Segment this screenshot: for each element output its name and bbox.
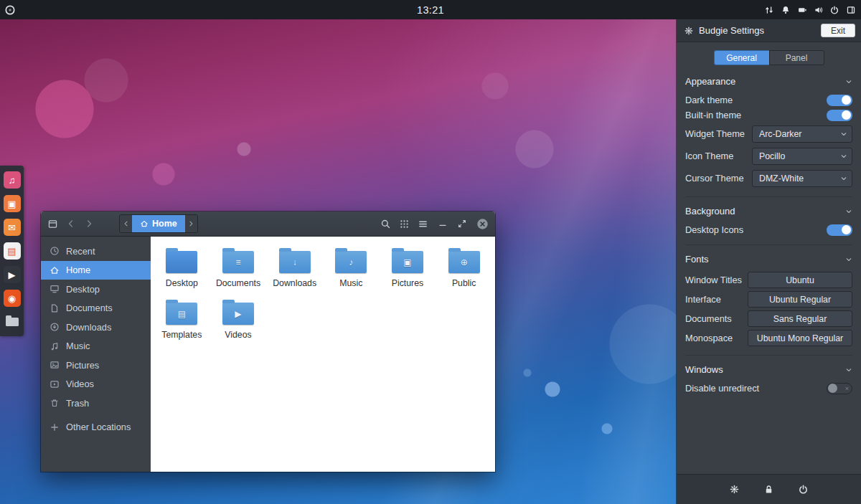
music-app-icon[interactable]: ♫ [4,171,21,189]
power-icon [798,484,809,495]
setting-label: Dark theme [685,95,733,105]
view-grid-button[interactable] [399,219,410,229]
folder-videos[interactable]: ▶Videos [210,295,267,343]
files-app-icon[interactable] [4,313,21,331]
search-button[interactable] [380,219,391,229]
folder-label: Music [339,278,362,288]
clock: 13:21 [417,4,444,16]
settings-content: AppearanceDark themeBuilt-in themeWidget… [677,72,861,474]
minimize-button[interactable] [438,219,448,229]
section-header-fonts[interactable]: Fonts [685,250,852,270]
sidebar-item-other-locations[interactable]: Other Locations [41,418,151,437]
folder-downloads[interactable]: ↓Downloads [266,243,323,291]
setting-row-desktop-icons: Desktop Icons [685,222,852,237]
dark-theme-toggle[interactable] [827,95,852,106]
monospace-font-button[interactable]: Ubuntu Mono Regular [748,330,852,346]
sidebar-item-recent[interactable]: Recent [41,242,151,261]
grid-view-icon [399,219,410,229]
photos-app-icon[interactable]: ▣ [4,195,21,212]
path-bar: Home [119,214,198,233]
section-header-appearance[interactable]: Appearance [685,72,852,92]
folder-emblem-icon: ▤ [166,303,197,325]
budgie-menu-button[interactable] [0,0,20,19]
sidebar-item-desktop[interactable]: Desktop [41,280,151,299]
folder-desktop[interactable]: Desktop [154,243,210,291]
folder-public[interactable]: ⊕Public [436,243,492,291]
close-button[interactable] [476,218,489,230]
power-button[interactable] [798,484,809,495]
tab-general[interactable]: General [714,50,769,65]
folder-pictures[interactable]: ▣Pictures [380,243,436,291]
network-icon[interactable] [764,5,774,15]
power-icon[interactable] [829,5,839,15]
sidebar-item-label: Pictures [66,360,99,371]
office-app-icon[interactable]: ▤ [4,242,21,260]
sidebar-item-label: Other Locations [66,422,131,432]
lock-button[interactable] [763,484,774,495]
document-icon [50,303,60,313]
folder-icon: ↓ [279,251,311,273]
raven-icon[interactable] [846,5,856,15]
folder-templates[interactable]: ▤Templates [154,295,210,343]
folder-label: Downloads [273,278,316,288]
forward-button[interactable] [84,219,94,229]
sidebar-item-trash[interactable]: Trash [41,394,151,413]
disable-unredirect-toggle[interactable]: × [827,383,852,394]
folder-emblem-icon: ≡ [222,251,254,273]
folder-emblem-icon: ↓ [279,251,311,273]
gear-button[interactable] [729,484,740,495]
sidebar-item-music[interactable]: Music [41,337,151,356]
sidebar-item-label: Downloads [66,322,111,333]
desktop-icon [50,284,60,294]
path-forward-button[interactable] [185,215,197,232]
section-header-windows[interactable]: Windows [685,361,852,381]
window-titles-font-button[interactable]: Ubuntu [748,272,852,288]
trash-icon [50,398,60,408]
folder-emblem-icon: ▣ [392,251,423,273]
built-in-theme-toggle[interactable] [827,110,852,121]
section-windows: WindowsDisable unredirect× [685,355,852,396]
icon-theme-dropdown[interactable]: Pocillo [752,148,852,165]
section-header-background[interactable]: Background [685,202,852,222]
mail-app-icon[interactable]: ✉ [4,219,21,236]
interface-font-button[interactable]: Ubuntu Regular [748,291,852,308]
path-home-button[interactable]: Home [132,215,185,232]
sidebar-item-label: Desktop [66,284,100,295]
back-button[interactable] [66,219,76,229]
cursor-theme-dropdown[interactable]: DMZ-White [752,170,852,187]
folder-documents[interactable]: ≡Documents [210,243,267,291]
sidebar-item-downloads[interactable]: Downloads [41,318,151,337]
software-app-icon[interactable]: ◉ [4,290,21,307]
tab-panel[interactable]: Panel [769,50,824,65]
chevron-down-icon [845,208,852,215]
chevron-down-icon [840,130,847,138]
folder-icon: ♪ [335,251,367,273]
dropdown-value: DMZ-White [759,173,804,184]
setting-label: Interface [685,294,721,305]
minimize-icon [438,219,448,229]
desktop-icons-toggle[interactable] [827,224,852,236]
bell-icon[interactable] [781,5,791,15]
setting-row-monospace: MonospaceUbuntu Mono Regular [685,328,852,348]
folder-music[interactable]: ♪Music [323,243,380,291]
sidebar-item-home[interactable]: Home [41,261,151,280]
video-app-icon[interactable]: ▶ [4,266,21,283]
close-icon [476,218,489,230]
exit-button[interactable]: Exit [821,24,855,37]
documents-font-button[interactable]: Sans Regular [748,310,852,327]
window-menu-button[interactable] [47,219,58,229]
sidebar-item-documents[interactable]: Documents [41,299,151,318]
window-hamburger-button[interactable] [418,219,428,229]
sidebar-item-pictures[interactable]: Pictures [41,356,151,375]
widget-theme-dropdown[interactable]: Arc-Darker [752,125,852,143]
section-title: Appearance [685,76,735,87]
video-icon [50,379,60,389]
path-back-button[interactable] [120,215,132,232]
volume-icon[interactable] [814,5,824,15]
maximize-button[interactable] [457,219,467,229]
setting-row-documents: DocumentsSans Regular [685,309,852,328]
folder-label: Documents [216,278,260,288]
battery-icon[interactable] [797,5,807,15]
folder-emblem-icon: ⊕ [448,251,480,273]
sidebar-item-videos[interactable]: Videos [41,375,151,394]
